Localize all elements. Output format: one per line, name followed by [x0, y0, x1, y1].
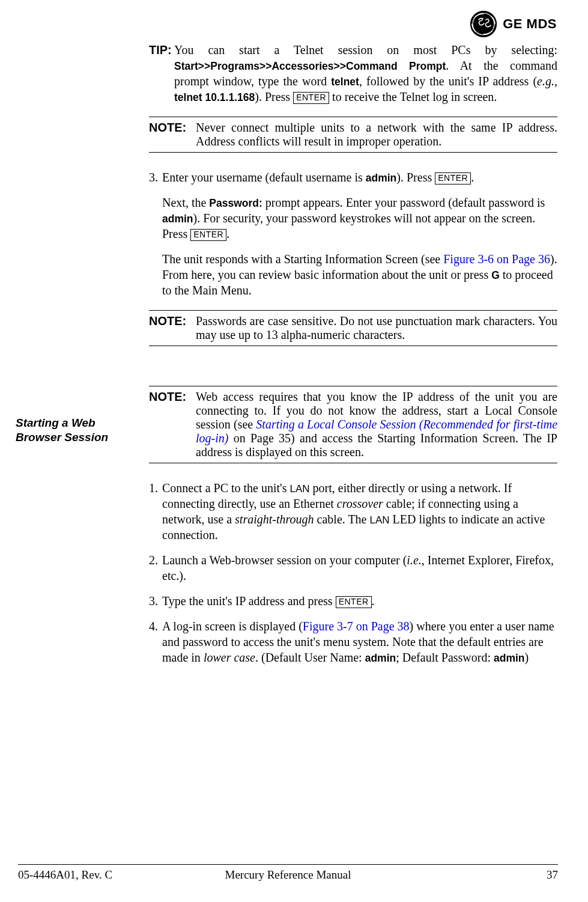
- text: ). Press: [396, 171, 435, 184]
- text: Connect a PC to the unit's: [162, 481, 289, 495]
- text: to receive the Telnet log in screen.: [329, 90, 497, 103]
- tip-label: TIP:: [149, 43, 172, 56]
- step-body: Launch a Web-browser session on your com…: [162, 552, 557, 584]
- web-step-4: 4. A log-in screen is displayed (Figure …: [149, 618, 557, 665]
- text: .: [226, 227, 229, 240]
- text: The unit responds with a Starting Inform…: [162, 252, 443, 266]
- note-label: NOTE:: [149, 314, 196, 342]
- response-para: The unit responds with a Starting Inform…: [162, 251, 557, 298]
- note-text: Web access requires that you know the IP…: [196, 390, 557, 459]
- web-step-2: 2. Launch a Web-browser session on your …: [149, 552, 557, 584]
- text: ; Default Password:: [396, 651, 494, 664]
- text: ,: [554, 75, 557, 88]
- ie-text: i.e.,: [407, 553, 424, 567]
- text: ): [525, 651, 529, 664]
- web-step-3: 3. Type the unit's IP address and press …: [149, 593, 557, 609]
- note-label: NOTE:: [149, 390, 196, 459]
- figure-link[interactable]: Figure 3-7 on Page 38: [303, 620, 410, 633]
- enter-key-icon: ENTER: [336, 596, 372, 608]
- step-num: 1.: [149, 480, 162, 496]
- straight-through-text: straight-through: [235, 513, 314, 526]
- step-body: Type the unit's IP address and press ENT…: [162, 593, 557, 609]
- text: Next, the: [162, 196, 209, 209]
- text: Launch a Web-browser session on your com…: [162, 553, 407, 567]
- text: A log-in screen is displayed (: [162, 620, 303, 633]
- telnet-word: telnet: [331, 76, 359, 88]
- text: .: [372, 594, 375, 608]
- admin-text: admin: [366, 172, 397, 184]
- lan-text: LAN: [370, 514, 390, 526]
- text: You can start a Telnet session on most P…: [174, 43, 557, 56]
- lan-text: LAN: [289, 483, 309, 495]
- text: .: [471, 171, 474, 184]
- note-label: NOTE:: [149, 121, 196, 148]
- admin-text: admin: [162, 213, 193, 225]
- step-num: 4.: [149, 618, 162, 634]
- g-key: G: [491, 269, 500, 281]
- menu-path: Start>>Programs>>Accessories>>Command Pr…: [174, 60, 446, 72]
- password-label: Password:: [209, 197, 262, 209]
- note-text: Passwords are case sensitive. Do not use…: [196, 314, 557, 342]
- footer-title: Mercury Reference Manual: [18, 868, 558, 882]
- step-body: Connect a PC to the unit's LAN port, eit…: [162, 480, 557, 543]
- ge-logo-icon: [470, 11, 497, 37]
- text: ). Press: [255, 90, 293, 103]
- crossover-text: crossover: [337, 497, 383, 510]
- header-logo: GE MDS: [470, 11, 557, 37]
- tip-block: TIP: You can start a Telnet session on m…: [149, 42, 557, 105]
- tip-body: You can start a Telnet session on most P…: [174, 42, 557, 105]
- step-num: 2.: [149, 552, 162, 568]
- text: on Page 35) and access the Starting Info…: [196, 431, 557, 459]
- step-3: 3. Enter your username (default username…: [149, 169, 557, 185]
- text: . (Default User Name:: [255, 651, 365, 664]
- text: cable. The: [314, 513, 370, 526]
- password-para: Next, the Password: prompt appears. Ente…: [162, 195, 557, 242]
- text: , followed by the unit's IP address (: [359, 75, 537, 88]
- enter-key-icon: ENTER: [435, 172, 471, 184]
- note-block-2: NOTE: Passwords are case sensitive. Do n…: [149, 310, 557, 346]
- telnet-example: telnet 10.1.1.168: [174, 91, 255, 103]
- text: prompt appears. Enter your password (def…: [262, 196, 545, 209]
- figure-link[interactable]: Figure 3-6 on Page 36: [443, 252, 550, 266]
- text: Type the unit's IP address and press: [162, 594, 336, 608]
- sidehead-web-browser: Starting a Web Browser Session: [16, 416, 136, 445]
- step-num: 3.: [149, 593, 162, 609]
- step-num: 3.: [149, 169, 162, 185]
- web-step-1: 1. Connect a PC to the unit's LAN port, …: [149, 480, 557, 543]
- main-content: TIP: You can start a Telnet session on m…: [149, 13, 557, 665]
- admin-text: admin: [365, 652, 396, 664]
- eg: e.g.: [537, 75, 554, 88]
- admin-text: admin: [494, 652, 525, 664]
- page-footer: 05-4446A01, Rev. C Mercury Reference Man…: [18, 864, 558, 882]
- step-body: A log-in screen is displayed (Figure 3-7…: [162, 618, 557, 665]
- note-block-3: NOTE: Web access requires that you know …: [149, 386, 557, 463]
- note-block-1: NOTE: Never connect multiple units to a …: [149, 117, 557, 153]
- step-body: Enter your username (default username is…: [162, 169, 557, 185]
- enter-key-icon: ENTER: [293, 92, 329, 104]
- enter-key-icon: ENTER: [190, 229, 226, 241]
- note-text: Never connect multiple units to a networ…: [196, 121, 557, 148]
- lowercase-text: lower case: [204, 651, 255, 664]
- text: Enter your username (default username is: [162, 171, 366, 184]
- brand-text: GE MDS: [503, 16, 557, 32]
